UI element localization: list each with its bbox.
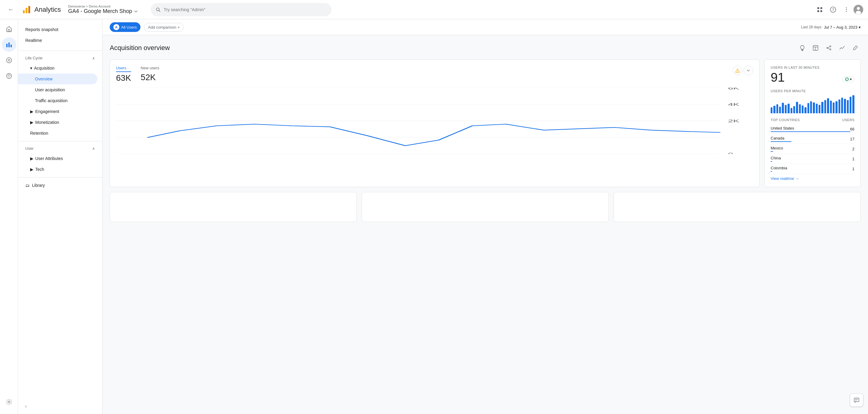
line-chart-svg: 6K 4K 2K 0 09 Jul 16 23 30 (116, 88, 753, 154)
sidebar-item-user-attributes[interactable]: ▶ User Attributes (18, 153, 102, 164)
back-button[interactable]: ← (5, 4, 17, 16)
users-metric-value: 63K (116, 73, 131, 83)
table-icon (812, 45, 818, 51)
avatar[interactable] (854, 5, 863, 14)
svg-point-11 (846, 7, 847, 8)
breadcrumb-area: Demoverse > Demo Account GA4 - Google Me… (68, 4, 138, 14)
country-row: China 1 (771, 154, 855, 164)
account-selector[interactable]: GA4 - Google Merch Shop (68, 8, 138, 14)
all-users-filter-chip[interactable]: A All Users (110, 22, 141, 32)
page-title: Acquisition overview (110, 44, 170, 52)
edit-button[interactable] (850, 42, 861, 53)
sidebar-item-library[interactable]: 🗂 Library (18, 180, 102, 191)
svg-line-35 (828, 48, 830, 49)
realtime-card: USERS IN LAST 30 MINUTES 91 ▾ USERS PER … (764, 59, 861, 187)
mini-bar-item (807, 103, 809, 113)
apps-button[interactable] (814, 4, 826, 16)
svg-rect-6 (820, 7, 822, 9)
country-row: Mexico 2 (771, 144, 855, 154)
svg-text:0: 0 (728, 153, 733, 154)
mini-bar-item (796, 102, 798, 113)
help-button[interactable]: ? (827, 4, 839, 16)
nav-settings[interactable] (2, 395, 16, 409)
mini-bar-item (818, 105, 820, 113)
svg-point-33 (827, 47, 828, 49)
nav-explore[interactable] (2, 53, 16, 67)
mini-bar-item (827, 98, 829, 113)
country-users: 66 (850, 127, 855, 131)
bottom-cards-row (110, 192, 861, 222)
realtime-status-chip[interactable]: ▾ (842, 76, 855, 82)
new-users-metric-value: 52K (141, 73, 159, 82)
sidebar-divider-2 (18, 141, 102, 141)
sidebar-item-monetization[interactable]: ▶ Monetization (18, 117, 102, 128)
date-range-selector[interactable]: Last 28 days Jul 7 – Aug 3, 2023 ▾ (801, 25, 861, 30)
mini-bar-item (847, 100, 849, 113)
bottom-card-3 (614, 192, 861, 222)
page-content: Acquisition overview (102, 35, 868, 229)
users-per-minute-label: USERS PER MINUTE (771, 89, 855, 93)
svg-rect-52 (854, 398, 859, 402)
new-users-metric[interactable]: New users 52K (141, 66, 159, 82)
header-actions: ? (814, 4, 863, 16)
sidebar-item-overview[interactable]: Overview (18, 73, 97, 84)
sidebar-item-realtime[interactable]: Realtime (18, 35, 102, 46)
mini-bar-item (849, 97, 851, 113)
share-button[interactable] (824, 42, 834, 53)
top-header: ← Analytics Demoverse > Demo Account GA4… (0, 0, 868, 19)
lifecycle-section-header[interactable]: Life Cycle ∧ (18, 53, 102, 63)
sidebar-divider-1 (18, 51, 102, 51)
nav-home[interactable] (2, 22, 16, 36)
user-attributes-bullet-icon: ▶ (30, 156, 33, 161)
sidebar-item-reports-snapshot[interactable]: Reports snapshot (18, 24, 102, 35)
filter-chip-letter: A (113, 24, 119, 30)
mini-bar-item (793, 106, 795, 113)
sidebar-item-acquisition[interactable]: ▾ Acquisition (18, 63, 102, 73)
mini-bar-item (824, 100, 826, 113)
svg-point-21 (6, 58, 11, 63)
sidebar-item-tech[interactable]: ▶ Tech (18, 164, 102, 175)
sidebar-collapse-button[interactable]: ‹ (18, 401, 102, 412)
mini-bar-item (838, 99, 840, 113)
svg-rect-18 (6, 44, 7, 47)
country-bar (771, 171, 772, 172)
icon-nav (0, 19, 18, 414)
mini-bar-item (771, 107, 772, 113)
mini-bar-item (816, 104, 818, 113)
customize-report-button[interactable] (810, 42, 821, 53)
metric-dropdown-button[interactable] (744, 66, 753, 75)
sidebar-item-traffic-acquisition[interactable]: Traffic acquisition (18, 95, 102, 106)
svg-point-31 (830, 46, 831, 47)
compare-button[interactable] (837, 42, 847, 53)
search-input[interactable] (164, 7, 327, 12)
search-bar[interactable] (151, 3, 332, 16)
add-comparison-button[interactable]: Add comparison + (144, 23, 184, 32)
country-name: Mexico (771, 146, 852, 152)
alert-button[interactable] (733, 66, 742, 75)
users-metric[interactable]: Users 63K (116, 66, 131, 83)
svg-point-13 (846, 11, 847, 12)
country-row: Canada 17 (771, 134, 855, 144)
new-users-metric-label: New users (141, 66, 159, 71)
sidebar-item-engagement[interactable]: ▶ Engagement (18, 106, 102, 117)
nav-advertising[interactable] (2, 69, 16, 83)
mini-bar-item (802, 105, 804, 113)
more-icon (843, 7, 849, 13)
feedback-button[interactable] (850, 393, 863, 407)
edit-icon (852, 45, 858, 51)
sidebar-item-user-acquisition[interactable]: User acquisition (18, 84, 102, 95)
nav-reports[interactable] (2, 37, 16, 52)
realtime-users-label: USERS IN LAST 30 MINUTES (771, 66, 855, 69)
more-button[interactable] (840, 4, 852, 16)
insights-button[interactable] (797, 42, 808, 53)
help-icon: ? (830, 6, 836, 13)
sidebar-item-retention[interactable]: Retention (18, 128, 102, 138)
view-realtime-link[interactable]: View realtime → (771, 176, 855, 181)
realtime-users-count: 91 (771, 70, 785, 84)
svg-line-4 (159, 10, 160, 11)
country-name: China (771, 156, 852, 162)
svg-rect-20 (10, 44, 12, 47)
svg-rect-5 (817, 7, 819, 9)
user-section-header[interactable]: User ∧ (18, 144, 102, 153)
sidebar-top-items: Reports snapshot Realtime (18, 22, 102, 48)
